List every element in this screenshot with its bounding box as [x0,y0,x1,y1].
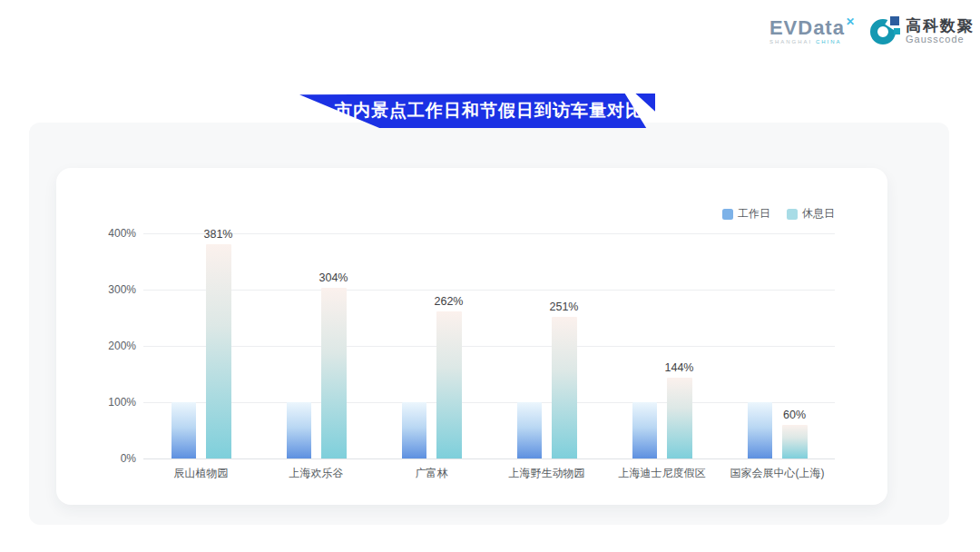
legend-label: 休息日 [802,206,835,222]
y-axis-tick-label: 400% [82,227,136,240]
gridline [143,233,835,234]
bar-restday [321,288,347,458]
bar-workday [402,402,426,458]
bar-value-label: 381% [191,228,246,241]
chart-legend: 工作日休息日 [722,206,835,222]
y-axis-tick-label: 0% [82,452,136,465]
header-logos: EVData ✕ SHANGHAI CHINA 高科数聚 Gausscode [769,16,975,47]
bar-restday [206,244,231,458]
bar-value-label: 60% [768,409,822,421]
x-axis-line [143,458,835,459]
gausscode-name-en: Gausscode [906,34,975,45]
evdata-wordmark: EVData [769,19,845,37]
bar-restday [782,425,808,458]
gausscode-mark-icon [869,16,900,47]
title-banner: 市内景点工作日和节假日到访车量对比 [299,94,655,128]
bar-value-label: 304% [307,271,361,284]
legend-item: 工作日 [722,206,770,222]
bar-chart: 0%100%200%300%400%381%辰山植物园304%上海欢乐谷262%… [56,168,887,505]
evdata-x-icon: ✕ [846,15,855,28]
page: EVData ✕ SHANGHAI CHINA 高科数聚 Gausscode 市… [0,0,980,552]
bar-restday [436,311,462,458]
legend-swatch-icon [722,209,733,220]
bar-workday [632,402,657,458]
x-axis-category-label: 国家会展中心(上海) [710,466,846,481]
legend-swatch-icon [787,209,798,220]
y-axis-tick-label: 100% [82,396,136,409]
evdata-logo: EVData ✕ SHANGHAI CHINA [769,19,855,44]
bar-workday [172,402,196,458]
gridline [143,402,835,403]
gausscode-logo: 高科数聚 Gausscode [869,16,975,47]
bar-value-label: 144% [652,361,707,374]
y-axis-tick-label: 300% [82,283,136,296]
legend-label: 工作日 [738,206,770,222]
page-title: 市内景点工作日和节假日到访车量对比 [299,94,655,128]
bar-workday [517,402,542,458]
evdata-tagline: SHANGHAI CHINA [769,39,842,44]
gausscode-name-cn: 高科数聚 [906,18,975,34]
gridline [143,290,835,291]
bar-workday [287,402,311,458]
bar-value-label: 251% [537,301,592,313]
bar-restday [552,317,577,458]
bar-restday [667,378,692,458]
gridline [143,346,835,347]
legend-item: 休息日 [787,206,835,222]
chart-card: 0%100%200%300%400%381%辰山植物园304%上海欢乐谷262%… [56,168,887,505]
y-axis-tick-label: 200% [82,340,136,352]
bar-value-label: 262% [422,295,476,308]
